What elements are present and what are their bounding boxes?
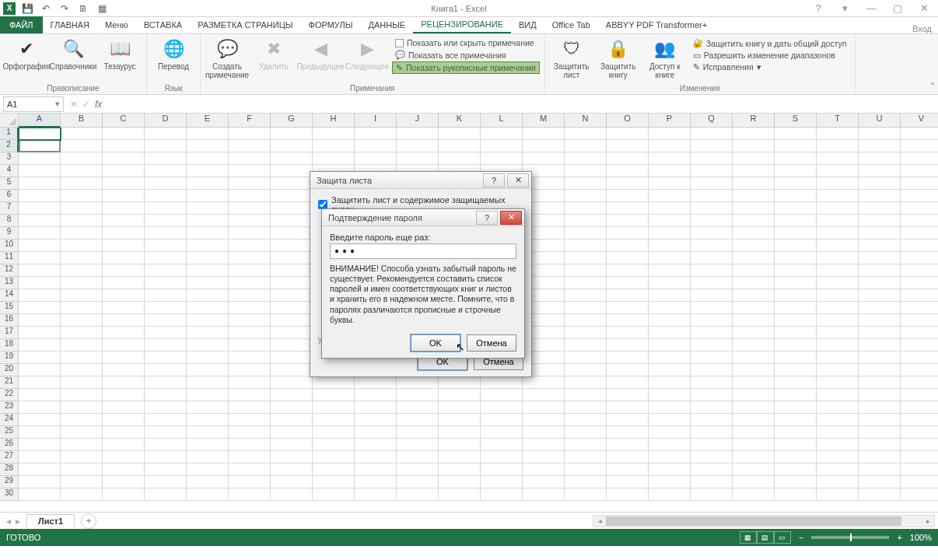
cell-U27[interactable] (859, 451, 901, 464)
cell-K24[interactable] (439, 414, 481, 426)
cell-E4[interactable] (187, 165, 229, 177)
cell-S24[interactable] (775, 414, 817, 426)
cell-D29[interactable] (145, 476, 187, 488)
cell-N16[interactable] (565, 314, 607, 327)
cell-O2[interactable] (607, 140, 649, 152)
cell-N30[interactable] (565, 488, 607, 501)
cell-Q9[interactable] (691, 227, 733, 240)
cell-B17[interactable] (61, 327, 103, 339)
cell-P15[interactable] (649, 302, 691, 314)
cell-V1[interactable] (901, 128, 938, 140)
cell-F4[interactable] (229, 165, 271, 177)
cell-I30[interactable] (355, 488, 397, 501)
cell-B25[interactable] (61, 426, 103, 439)
cell-P3[interactable] (649, 152, 691, 165)
cell-Q20[interactable] (691, 364, 733, 376)
close-button[interactable]: ✕ (915, 2, 933, 16)
row-header-8[interactable]: 8 (0, 215, 19, 227)
cell-S17[interactable] (775, 327, 817, 339)
cell-L23[interactable] (481, 401, 523, 414)
cell-J24[interactable] (397, 414, 439, 426)
cell-S11[interactable] (775, 252, 817, 264)
cell-S14[interactable] (775, 289, 817, 302)
cell-U19[interactable] (859, 352, 901, 364)
cell-D1[interactable] (145, 128, 187, 140)
cell-U25[interactable] (859, 426, 901, 439)
cell-C19[interactable] (103, 352, 145, 364)
cell-V16[interactable] (901, 314, 938, 327)
cell-O14[interactable] (607, 289, 649, 302)
cell-D19[interactable] (145, 352, 187, 364)
cell-E19[interactable] (187, 352, 229, 364)
zoom-out-button[interactable]: − (799, 533, 803, 542)
cell-N8[interactable] (565, 215, 607, 227)
cell-D9[interactable] (145, 227, 187, 240)
cell-G19[interactable] (271, 352, 313, 364)
cell-O21[interactable] (607, 376, 649, 389)
cell-D3[interactable] (145, 152, 187, 165)
cell-V3[interactable] (901, 152, 938, 165)
cell-T27[interactable] (817, 451, 859, 464)
cell-E12[interactable] (187, 264, 229, 277)
cell-U12[interactable] (859, 264, 901, 277)
cell-C26[interactable] (103, 439, 145, 451)
cell-T11[interactable] (817, 252, 859, 264)
cell-C22[interactable] (103, 389, 145, 401)
cell-N3[interactable] (565, 152, 607, 165)
cell-U20[interactable] (859, 364, 901, 376)
cell-I28[interactable] (355, 464, 397, 476)
cell-R30[interactable] (733, 488, 775, 501)
cell-N29[interactable] (565, 476, 607, 488)
cell-E26[interactable] (187, 439, 229, 451)
cell-C23[interactable] (103, 401, 145, 414)
cell-U23[interactable] (859, 401, 901, 414)
cell-A16[interactable] (19, 314, 61, 327)
cell-Q18[interactable] (691, 339, 733, 352)
cell-E22[interactable] (187, 389, 229, 401)
cell-Q27[interactable] (691, 451, 733, 464)
cell-S20[interactable] (775, 364, 817, 376)
cell-B12[interactable] (61, 264, 103, 277)
cell-A20[interactable] (19, 364, 61, 376)
cell-E10[interactable] (187, 240, 229, 252)
cell-Q23[interactable] (691, 401, 733, 414)
cell-G29[interactable] (271, 476, 313, 488)
cell-L26[interactable] (481, 439, 523, 451)
cell-O16[interactable] (607, 314, 649, 327)
cell-T19[interactable] (817, 352, 859, 364)
cell-J27[interactable] (397, 451, 439, 464)
cell-E27[interactable] (187, 451, 229, 464)
cell-Q16[interactable] (691, 314, 733, 327)
protect-and-share[interactable]: 🔐Защитить книгу и дать общий доступ (690, 37, 850, 49)
cell-R20[interactable] (733, 364, 775, 376)
cell-P11[interactable] (649, 252, 691, 264)
cell-N20[interactable] (565, 364, 607, 376)
cell-S3[interactable] (775, 152, 817, 165)
research-button[interactable]: 🔍Справочники (51, 36, 95, 71)
cell-R21[interactable] (733, 376, 775, 389)
cell-I23[interactable] (355, 401, 397, 414)
cell-H27[interactable] (313, 451, 355, 464)
cell-F22[interactable] (229, 389, 271, 401)
cell-V25[interactable] (901, 426, 938, 439)
dialog-help-icon[interactable]: ? (476, 211, 498, 225)
cell-B2[interactable] (61, 140, 103, 152)
track-changes[interactable]: ✎Исправления▾ (690, 61, 850, 72)
ribbon-options-icon[interactable]: ▾ (835, 2, 854, 16)
cell-T13[interactable] (817, 277, 859, 289)
cell-K26[interactable] (439, 439, 481, 451)
cell-T30[interactable] (817, 488, 859, 501)
cell-P8[interactable] (649, 215, 691, 227)
cell-T9[interactable] (817, 227, 859, 240)
cell-U5[interactable] (859, 177, 901, 190)
cell-N4[interactable] (565, 165, 607, 177)
ok-button[interactable]: OK (411, 334, 460, 352)
dialog-close-icon[interactable]: ✕ (507, 173, 529, 187)
cell-Q17[interactable] (691, 327, 733, 339)
cell-F7[interactable] (229, 202, 271, 215)
cell-F18[interactable] (229, 339, 271, 352)
cell-B30[interactable] (61, 488, 103, 501)
cell-N17[interactable] (565, 327, 607, 339)
cell-V20[interactable] (901, 364, 938, 376)
cell-T14[interactable] (817, 289, 859, 302)
